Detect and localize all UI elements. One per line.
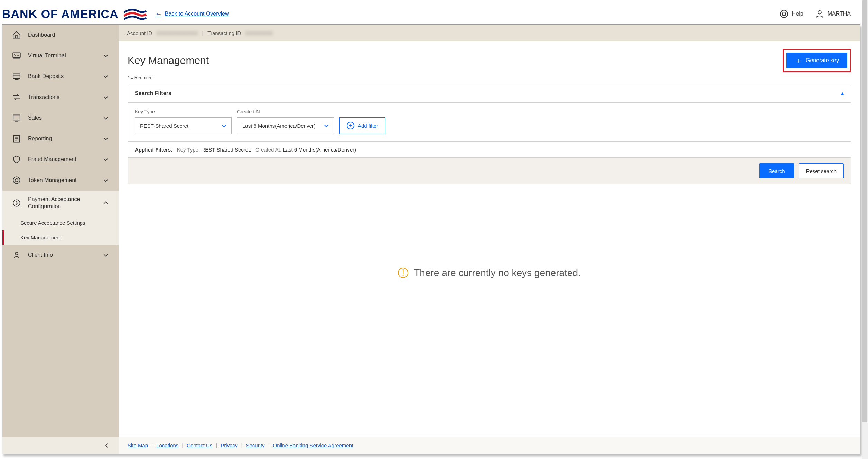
sidebar-item-label: Dashboard: [28, 32, 109, 38]
svg-point-2: [818, 11, 821, 14]
sidebar-item-dashboard[interactable]: Dashboard: [2, 25, 119, 45]
footer-link-privacy[interactable]: Privacy: [221, 442, 237, 448]
warning-icon: !: [398, 268, 408, 278]
add-filter-label: Add filter: [358, 123, 378, 129]
svg-point-1: [782, 12, 786, 16]
help-label: Help: [792, 11, 803, 17]
footer: Site Map| Locations| Contact Us| Privacy…: [119, 437, 860, 454]
chevron-down-icon: [103, 53, 109, 59]
applied-filters-label: Applied Filters:: [135, 147, 172, 153]
chevron-down-icon: [103, 115, 109, 121]
key-type-select[interactable]: REST-Shared Secret: [135, 117, 232, 134]
sidebar: Dashboard Virtual Terminal Bank Deposits: [2, 25, 119, 454]
empty-state-message: There are currently no keys generated.: [414, 267, 580, 278]
created-at-select[interactable]: Last 6 Months(America/Denver): [237, 117, 334, 134]
page-title: Key Management: [128, 55, 209, 66]
sidebar-subitems: Secure Acceptance Settings Key Managemen…: [2, 215, 119, 245]
sidebar-item-sales[interactable]: Sales: [2, 108, 119, 128]
footer-link-security[interactable]: Security: [246, 442, 264, 448]
sidebar-item-label: Transactions: [28, 94, 103, 100]
transacting-id-value: XXXXXXXX: [245, 30, 273, 36]
help-icon: [780, 9, 788, 18]
footer-link-site-map[interactable]: Site Map: [128, 442, 148, 448]
sidebar-item-label: Sales: [28, 115, 103, 121]
sidebar-item-label: Bank Deposits: [28, 73, 103, 80]
reporting-icon: [12, 134, 21, 143]
search-button[interactable]: Search: [759, 163, 794, 178]
chevron-left-icon: [104, 443, 110, 448]
sidebar-sub-secure-acceptance[interactable]: Secure Acceptance Settings: [2, 215, 119, 230]
chevron-down-icon: [221, 122, 227, 129]
created-at-field: Created At Last 6 Months(America/Denver): [237, 109, 334, 134]
chevron-down-icon: [323, 122, 329, 129]
user-name: MARTHA: [828, 11, 851, 17]
main-frame: Dashboard Virtual Terminal Bank Deposits: [2, 24, 860, 454]
deposits-icon: [12, 72, 21, 81]
generate-key-button[interactable]: ＋ Generate key: [786, 53, 847, 68]
applied-created-at-key: Created At:: [255, 147, 281, 153]
add-filter-button[interactable]: + Add filter: [339, 117, 385, 134]
back-link-text: Back to Account Overview: [165, 11, 229, 17]
sidebar-item-label: Virtual Terminal: [28, 53, 103, 59]
user-menu[interactable]: MARTHA: [815, 9, 851, 18]
caret-up-icon: ▴: [841, 90, 844, 97]
sales-icon: [12, 113, 21, 122]
flag-icon: [123, 7, 147, 21]
filter-controls-row: Key Type REST-Shared Secret Created At: [128, 103, 851, 142]
back-to-overview-link[interactable]: ← Back to Account Overview: [155, 10, 229, 18]
terminal-icon: [12, 51, 21, 60]
arrow-left-icon: ←: [155, 10, 162, 18]
sidebar-item-label: Token Management: [28, 177, 103, 183]
sidebar-item-label: Client Info: [28, 252, 103, 258]
svg-rect-5: [13, 115, 20, 120]
sidebar-item-fraud-management[interactable]: Fraud Management: [2, 149, 119, 170]
scrollbar-thumb[interactable]: [862, 0, 867, 422]
footer-link-locations[interactable]: Locations: [156, 442, 178, 448]
footer-link-contact[interactable]: Contact Us: [187, 442, 212, 448]
sidebar-item-virtual-terminal[interactable]: Virtual Terminal: [2, 45, 119, 66]
sidebar-item-transactions[interactable]: Transactions: [2, 87, 119, 108]
svg-text:$: $: [16, 201, 18, 205]
svg-point-11: [15, 252, 18, 255]
sidebar-item-payment-acceptance-config[interactable]: $ Payment Acceptance Configuration: [2, 191, 119, 215]
footer-link-agreement[interactable]: Online Banking Service Agreement: [273, 442, 354, 448]
help-link[interactable]: Help: [780, 9, 803, 18]
id-separator: |: [202, 30, 203, 36]
reset-search-label: Reset search: [806, 168, 837, 174]
sidebar-item-reporting[interactable]: Reporting: [2, 128, 119, 149]
svg-point-8: [15, 179, 18, 182]
user-icon: [815, 9, 824, 18]
sidebar-sub-label: Key Management: [20, 235, 61, 240]
account-id-value: XXXXXXXXXXXX: [156, 30, 198, 36]
applied-filters-row: Applied Filters: Key Type: REST-Shared S…: [128, 142, 851, 158]
token-icon: [12, 176, 21, 185]
applied-created-at-value: Last 6 Months(America/Denver): [283, 147, 356, 153]
sidebar-sub-key-management[interactable]: Key Management: [2, 230, 119, 245]
sidebar-item-bank-deposits[interactable]: Bank Deposits: [2, 66, 119, 87]
account-id-label: Account ID: [127, 30, 152, 36]
filter-action-row: Search Reset search: [128, 158, 851, 184]
search-filters-header[interactable]: Search Filters ▴: [128, 84, 851, 103]
svg-point-7: [13, 177, 20, 184]
gear-circle-icon: $: [12, 199, 21, 208]
applied-key-type-key: Key Type:: [177, 147, 200, 153]
brand-logo: BANK OF AMERICA: [2, 7, 147, 21]
content-area: Account ID XXXXXXXXXXXX | Transacting ID…: [119, 25, 860, 454]
search-filters-panel: Search Filters ▴ Key Type REST-Shared Se…: [128, 84, 851, 184]
sidebar-item-token-management[interactable]: Token Management: [2, 170, 119, 191]
transactions-icon: [12, 93, 21, 102]
sidebar-sub-label: Secure Acceptance Settings: [20, 220, 85, 226]
chevron-up-icon: [103, 200, 109, 206]
sidebar-item-label: Reporting: [28, 136, 103, 142]
account-id-bar: Account ID XXXXXXXXXXXX | Transacting ID…: [119, 25, 860, 41]
required-note: * = Required: [128, 75, 851, 80]
chevron-down-icon: [103, 252, 109, 258]
reset-search-button[interactable]: Reset search: [799, 163, 844, 178]
sidebar-item-client-info[interactable]: Client Info: [2, 245, 119, 265]
generate-key-label: Generate key: [806, 57, 839, 64]
person-icon: [12, 250, 21, 259]
sidebar-collapse-toggle[interactable]: [2, 437, 119, 454]
window-scrollbar[interactable]: [862, 0, 868, 459]
brand-bar: BANK OF AMERICA ← Back to Account Overvi…: [2, 2, 861, 26]
search-filters-title: Search Filters: [135, 90, 171, 97]
